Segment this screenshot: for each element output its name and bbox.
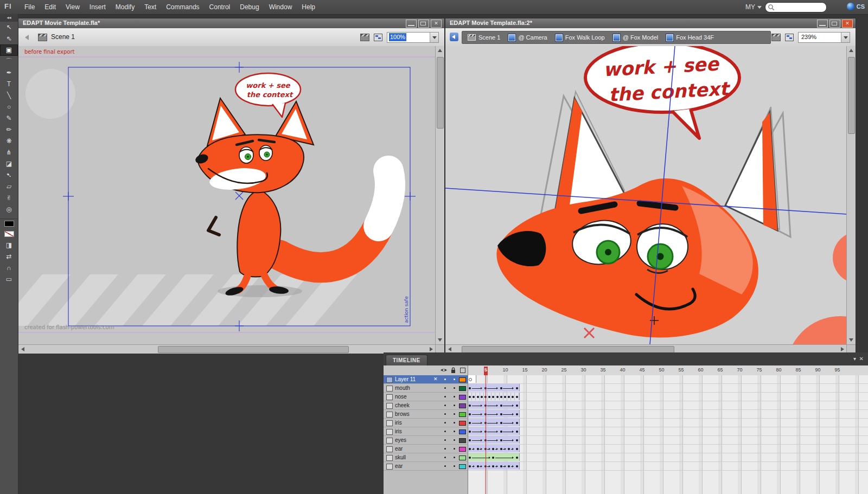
menu-edit[interactable]: Edit (40, 0, 61, 14)
restore-button[interactable] (418, 20, 429, 28)
layer-outline-swatch[interactable] (459, 377, 466, 382)
layer-visibility-dot[interactable] (444, 396, 446, 397)
scroll-left-icon[interactable] (448, 347, 451, 351)
edit-symbol-icon[interactable] (785, 34, 794, 41)
keyframe-dot[interactable] (500, 396, 502, 398)
oval-tool[interactable]: ○ (0, 101, 18, 113)
keyframe-dot[interactable] (516, 405, 518, 407)
layer-row-eyes[interactable]: eyes (384, 436, 468, 445)
ruler-tick-70[interactable]: 70 (734, 367, 745, 373)
fill-color-swatch[interactable] (0, 231, 18, 240)
minimize-button[interactable] (406, 20, 417, 28)
layer-row-brows[interactable]: brows (384, 410, 468, 419)
scroll-left-icon[interactable] (21, 347, 24, 351)
vertical-scrollbar[interactable] (846, 46, 856, 344)
layer-frames-2[interactable] (468, 393, 868, 401)
layer-lock-dot[interactable] (454, 387, 455, 389)
ruler-tick-65[interactable]: 65 (714, 367, 725, 373)
layer-row-iris[interactable]: iris (384, 419, 468, 427)
keyframe-dot[interactable] (481, 396, 483, 398)
layer-outline-swatch[interactable] (459, 438, 466, 443)
layer-row-skull[interactable]: skull (384, 453, 468, 462)
lock-all-icon[interactable] (451, 367, 456, 374)
panel-menu-icon[interactable]: ▾ (853, 355, 856, 363)
menu-commands[interactable]: Commands (161, 0, 204, 14)
layer-row-mouth[interactable]: mouth (384, 384, 468, 393)
layer-visibility-dot[interactable] (444, 439, 446, 441)
cs-live[interactable]: CS (847, 3, 865, 10)
layer-outline-swatch[interactable] (459, 386, 466, 391)
breadcrumb-item-3[interactable]: Fox Head 34F (666, 34, 714, 41)
show-hide-all-icon[interactable] (440, 368, 448, 373)
scroll-up-icon[interactable] (438, 49, 442, 52)
layer-lock-dot[interactable] (454, 405, 455, 406)
swap-colors-icon[interactable]: ⇄ (0, 251, 18, 262)
ruler-tick-90[interactable]: 90 (812, 367, 823, 373)
keyframe-dot[interactable] (500, 439, 502, 441)
edit-scene-icon[interactable] (360, 34, 369, 41)
snap-magnet-icon[interactable]: ∩ (0, 262, 18, 274)
edit-scene-icon[interactable] (771, 34, 781, 41)
zoom-dropdown-icon[interactable] (430, 33, 438, 42)
keyframe-dot[interactable] (500, 431, 502, 433)
ruler-tick-10[interactable]: 10 (500, 367, 510, 373)
scroll-up-icon[interactable] (849, 49, 853, 52)
scroll-right-icon[interactable] (430, 347, 433, 351)
panel-collapse-icon[interactable] (0, 14, 18, 22)
layer-outline-swatch[interactable] (459, 429, 466, 434)
zoom-control[interactable]: 239% (798, 32, 850, 43)
layer-row-ear[interactable]: ear (384, 462, 468, 471)
layer-visibility-dot[interactable] (444, 405, 446, 406)
layer-lock-dot[interactable] (454, 465, 455, 467)
keyframe-dot[interactable] (500, 387, 502, 389)
zoom-value[interactable]: 239% (800, 33, 818, 41)
layer-visibility-dot[interactable] (444, 422, 446, 424)
layer-visibility-dot[interactable] (444, 378, 446, 380)
hand-tool[interactable]: ✌ (0, 193, 18, 204)
layer-row-layer-11[interactable]: Layer 11✕ (384, 375, 468, 384)
keyframe-dot[interactable] (516, 457, 518, 459)
scroll-thumb[interactable] (848, 57, 855, 134)
window-titlebar[interactable]: EDAPT Movie Template.fla* (18, 18, 444, 29)
menu-text[interactable]: Text (139, 0, 161, 14)
paint-bucket-tool[interactable]: ◪ (0, 158, 18, 170)
menu-file[interactable]: File (20, 0, 40, 14)
layer-frames-7[interactable] (468, 436, 868, 445)
pen-tool[interactable]: ✒ (0, 67, 18, 79)
scene-label[interactable]: Scene 1 (51, 33, 75, 41)
layer-visibility-dot[interactable] (444, 448, 446, 450)
keyframe-dot[interactable] (500, 465, 502, 467)
layer-visibility-dot[interactable] (444, 387, 446, 389)
text-tool[interactable]: T (0, 79, 18, 90)
ruler-tick-80[interactable]: 80 (773, 367, 784, 373)
ruler-tick-75[interactable]: 75 (754, 367, 764, 373)
keyframe-dot[interactable] (516, 448, 518, 450)
menu-help[interactable]: Help (297, 0, 320, 14)
deco-tool[interactable]: ❋ (0, 136, 18, 147)
zoom-control[interactable]: 100% (387, 32, 439, 43)
scroll-thumb[interactable] (158, 346, 349, 353)
ruler-tick-40[interactable]: 40 (617, 367, 628, 373)
layer-row-ear[interactable]: ear (384, 445, 468, 453)
close-button[interactable] (842, 20, 853, 28)
keyframe-dot[interactable] (477, 396, 479, 398)
layer-lock-dot[interactable] (454, 431, 455, 432)
keyframe-dot[interactable] (516, 387, 518, 389)
pencil-tool[interactable]: ✎ (0, 113, 18, 124)
layer-outline-swatch[interactable] (459, 464, 466, 469)
keyframe-dot[interactable] (500, 448, 502, 450)
layer-outline-swatch[interactable] (459, 403, 466, 408)
breadcrumb-item-2[interactable]: @ Fox Model (613, 34, 659, 41)
layer-lock-dot[interactable] (454, 396, 455, 397)
keyframe-dot[interactable] (516, 439, 518, 441)
lasso-tool[interactable]: ⌒ (0, 56, 18, 67)
zoom-tool[interactable]: ◎ (0, 204, 18, 215)
keyframe-dot[interactable] (496, 396, 499, 398)
keyframe-dot[interactable] (516, 396, 518, 398)
layer-visibility-dot[interactable] (444, 457, 446, 458)
keyframe-dot[interactable] (516, 431, 518, 433)
ruler-tick-25[interactable]: 25 (558, 367, 569, 373)
ruler-tick-85[interactable]: 85 (793, 367, 803, 373)
scroll-thumb[interactable] (437, 57, 444, 129)
selection-tool[interactable]: ↖ (0, 22, 18, 33)
